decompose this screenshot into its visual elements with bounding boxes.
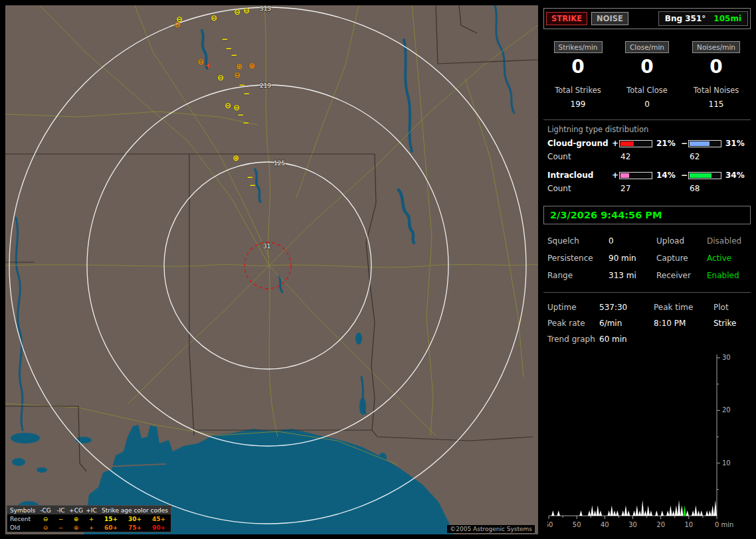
noise-button[interactable]: NOISE <box>591 12 628 25</box>
minus-sign: − <box>680 139 688 148</box>
pos-cg-recent-icon: ⊕ <box>68 516 84 522</box>
plot-label: Plot <box>713 303 755 312</box>
range-value: 313 mi <box>609 271 656 280</box>
stats-section: Uptime 537:30 Peak time Plot Peak rate 6… <box>543 293 751 347</box>
legend-symbols-label: Symbols <box>7 507 38 514</box>
persistence-row: Persistence 90 min Capture Active <box>547 250 747 267</box>
ic-negative-count: 68 <box>688 184 723 193</box>
map-display[interactable]: 313 219 125 31 ⊖⊖⊖⊖⊖−−−+⊖⊕⊕⊖⊖−−⊖⊖−−⊕−− S… <box>5 5 538 534</box>
ring-label: 219 <box>260 83 271 89</box>
strike-marker-neg-cg: ⊖ <box>234 8 240 16</box>
ic-negative-pct: 34% <box>723 171 749 180</box>
trend-graph-svg: 3020106050403020100 min <box>547 350 747 538</box>
strike-marker-pos-cg: ⊕ <box>236 62 242 70</box>
cloud-ground-label: Cloud-ground <box>547 139 611 148</box>
map-geography <box>5 5 538 534</box>
total-close-label: Total Close <box>613 86 682 95</box>
neg-cg-recent-icon: ⊖ <box>38 516 53 522</box>
total-noises-value: 115 <box>682 100 751 109</box>
ic-negative-bar <box>688 172 721 179</box>
strike-marker-neg-cg: ⊖ <box>197 58 204 66</box>
capture-status: Active <box>707 254 755 263</box>
receiver-status: Enabled <box>707 271 755 280</box>
uptime-label: Uptime <box>547 303 599 312</box>
age-code-15: 15+ <box>99 516 123 522</box>
neg-ic-recent-icon: − <box>53 516 68 522</box>
strike-marker-neg-ic: − <box>243 90 250 98</box>
mode-bar: STRIKE NOISE Bng 351° 105mi <box>543 8 751 29</box>
ic-positive-count: 27 <box>619 184 654 193</box>
ic-positive-bar <box>619 172 652 179</box>
cloud-ground-count-row: Count 42 62 <box>543 150 751 163</box>
receiver-label: Receiver <box>656 271 707 280</box>
strike-button[interactable]: STRIKE <box>546 12 587 25</box>
legend-col-neg-cg: -CG <box>38 507 53 514</box>
pos-ic-recent-icon: + <box>84 516 99 522</box>
range-row: Range 313 mi Receiver Enabled <box>547 267 747 284</box>
strike-marker-neg-cg: ⊖ <box>234 71 240 79</box>
svg-text:10: 10 <box>722 459 731 467</box>
trend-graph-window: 60 min <box>599 335 654 344</box>
cloud-ground-row: Cloud-ground + 21% − 31% <box>543 137 751 150</box>
strike-marker-neg-cg: ⊖ <box>243 7 250 15</box>
rate-col-strikes: Strikes/min 0 Total Strikes 199 <box>543 41 613 109</box>
legend-old-row: Old ⊖ − ⊕ + 60+ 75+ 90+ <box>7 523 171 532</box>
squelch-label: Squelch <box>547 236 609 246</box>
strikes-per-min-box[interactable]: Strikes/min <box>554 41 603 53</box>
age-code-60: 60+ <box>99 524 123 531</box>
strike-marker-pos-ic: + <box>205 62 211 70</box>
total-strikes-value: 199 <box>543 100 613 109</box>
bearing-distance: 105mi <box>713 14 741 23</box>
datetime-display: 2/3/2026 9:44:56 PM <box>543 206 751 224</box>
strike-marker-neg-cg: ⊖ <box>217 74 224 82</box>
cg-negative-pct: 31% <box>723 139 749 148</box>
svg-text:30: 30 <box>722 354 731 361</box>
strikes-per-min-value: 0 <box>543 56 613 78</box>
age-code-30: 30+ <box>123 516 147 522</box>
strike-marker-pos-cg: ⊕ <box>233 154 239 162</box>
peak-rate-row: Peak rate 6/min 8:10 PM Strike <box>547 315 747 331</box>
pos-cg-old-icon: ⊕ <box>68 524 84 531</box>
cg-negative-count: 62 <box>688 152 723 161</box>
noises-per-min-value: 0 <box>682 56 751 78</box>
persistence-label: Persistence <box>547 254 609 263</box>
peak-time-value: 8:10 PM <box>654 319 713 328</box>
settings-section: Squelch 0 Upload Disabled Persistence 90… <box>543 224 751 287</box>
minus-sign: − <box>680 171 688 180</box>
bearing-box: Bng 351° 105mi <box>658 11 748 26</box>
squelch-value: 0 <box>609 236 656 246</box>
legend-col-pos-ic: +IC <box>84 507 99 514</box>
legend-old-label: Old <box>7 524 38 531</box>
legend-col-neg-ic: -IC <box>53 507 68 514</box>
peak-rate-value: 6/min <box>599 319 654 328</box>
trend-graph-row: Trend graph 60 min <box>547 331 747 347</box>
peak-time-label: Peak time <box>654 303 713 312</box>
distribution-title: Lightning type distribution <box>543 120 751 137</box>
ic-positive-pct: 14% <box>654 171 680 180</box>
noises-per-min-box[interactable]: Noises/min <box>692 41 740 53</box>
strike-marker-pos-cg: ⊕ <box>248 62 255 70</box>
upload-label: Upload <box>656 236 707 246</box>
svg-text:10: 10 <box>684 521 693 528</box>
ic-positive-fill <box>620 173 629 178</box>
cg-positive-count: 42 <box>619 152 654 161</box>
intracloud-label: Intracloud <box>547 171 611 180</box>
svg-text:0 min: 0 min <box>715 521 733 528</box>
svg-text:30: 30 <box>628 521 637 528</box>
legend-recent-label: Recent <box>7 516 38 522</box>
close-per-min-box[interactable]: Close/min <box>625 41 669 53</box>
count-label: Count <box>547 184 611 193</box>
strike-marker-neg-ic: − <box>249 181 256 189</box>
uptime-value: 537:30 <box>599 303 654 312</box>
right-panel: STRIKE NOISE Bng 351° 105mi Strikes/min … <box>543 5 751 534</box>
plot-value: Strike <box>713 319 755 328</box>
svg-text:40: 40 <box>601 521 609 528</box>
svg-text:50: 50 <box>573 521 581 528</box>
strike-marker-neg-ic: − <box>221 35 228 43</box>
range-label: Range <box>547 271 609 280</box>
legend-header-row: Symbols -CG -IC +CG +IC Strike age color… <box>7 506 171 514</box>
rivers <box>16 5 514 430</box>
roads <box>5 5 538 465</box>
age-code-90: 90+ <box>147 524 171 531</box>
cg-positive-fill <box>620 141 634 146</box>
